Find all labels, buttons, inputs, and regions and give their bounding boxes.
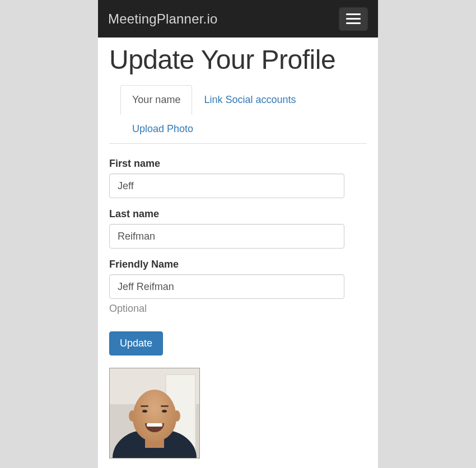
form-group-first-name: First name [109, 158, 367, 198]
last-name-input[interactable] [109, 224, 344, 249]
tab-link-social-accounts[interactable]: Link Social accounts [192, 85, 307, 115]
friendly-name-input[interactable] [109, 274, 344, 299]
tabs: Your name Link Social accounts Upload Ph… [109, 85, 367, 144]
form-group-last-name: Last name [109, 208, 367, 249]
menu-toggle-button[interactable] [339, 7, 368, 31]
friendly-name-label: Friendly Name [109, 259, 367, 270]
friendly-name-help: Optional [109, 303, 367, 315]
hamburger-icon [346, 13, 361, 15]
profile-photo [109, 368, 200, 458]
page-title: Update Your Profile [109, 44, 367, 75]
first-name-input[interactable] [109, 174, 344, 198]
content: Update Your Profile Your name Link Socia… [98, 44, 378, 468]
last-name-label: Last name [109, 208, 367, 220]
navbar: MeetingPlanner.io [98, 0, 378, 38]
tab-upload-photo[interactable]: Upload Photo [120, 114, 205, 144]
first-name-label: First name [109, 158, 367, 170]
tab-your-name[interactable]: Your name [120, 85, 192, 115]
form-group-friendly-name: Friendly Name Optional [109, 259, 367, 315]
brand[interactable]: MeetingPlanner.io [108, 11, 218, 27]
update-button[interactable]: Update [109, 331, 163, 355]
